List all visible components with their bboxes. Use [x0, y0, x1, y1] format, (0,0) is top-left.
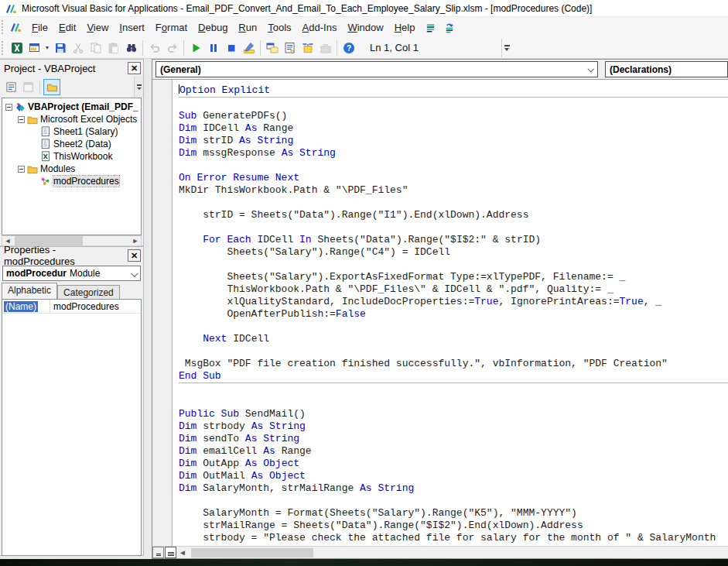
tree-item-sheet2-data[interactable]: Sheet2 (Data): [2, 138, 141, 150]
object-name: modProcedur: [6, 268, 67, 279]
help-button[interactable]: ?: [340, 39, 357, 57]
properties-window-button[interactable]: [281, 39, 299, 57]
code-bottom-bar: ◄: [152, 546, 728, 558]
object-browser-button[interactable]: [299, 39, 316, 57]
tree-item-modules[interactable]: Modules: [2, 163, 141, 175]
cut-button[interactable]: [69, 39, 87, 57]
tab-categorized[interactable]: Categorized: [57, 285, 120, 299]
procedure-dropdown[interactable]: (Declarations): [605, 61, 728, 77]
project-toolbar: [0, 77, 143, 98]
properties-grid: (Name)modProcedures: [2, 299, 142, 556]
tree-item-label: VBAProject (Email_PDF_: [28, 101, 138, 112]
object-type: Module: [70, 268, 100, 279]
code-hscrollbar[interactable]: [188, 547, 728, 558]
property-row[interactable]: (Name)modProcedures: [2, 300, 141, 314]
toolbox-button[interactable]: [316, 39, 334, 57]
menu-item-format[interactable]: Format: [150, 19, 193, 36]
find-button[interactable]: [122, 39, 140, 57]
folder-icon: [27, 163, 38, 174]
view-object-button[interactable]: [19, 79, 36, 95]
line-col-status: Ln 1, Col 1: [365, 40, 473, 55]
toolbar-overflow-button[interactable]: [501, 39, 511, 57]
menu-addin-buttons: [420, 19, 457, 35]
tree-item-label: Modules: [40, 163, 75, 174]
code-line: strID = Sheets("Data").Range("I1").End(x…: [179, 209, 728, 221]
code-line: Dim SalaryMonth, strMailRange As String: [179, 482, 728, 495]
chevron-down-icon: [131, 269, 138, 277]
dropdown-arrow-icon[interactable]: ▾: [43, 39, 51, 57]
toolbar-grip[interactable]: [2, 41, 5, 55]
procedure-view-button[interactable]: [152, 547, 164, 558]
workbook-icon: [40, 151, 51, 162]
save-button[interactable]: [51, 39, 69, 57]
design-mode-button[interactable]: [240, 39, 258, 57]
code-editor[interactable]: Option Explicit Sub GeneratePDFs()Dim ID…: [152, 80, 728, 547]
project-panel-title: Project - VBAProject: [4, 63, 96, 74]
undo-button[interactable]: [145, 39, 163, 57]
menu-item-insert[interactable]: Insert: [114, 19, 150, 36]
property-name[interactable]: (Name): [2, 300, 50, 313]
insert-userform-button[interactable]: [26, 39, 43, 57]
code-line: Dim OutApp As Object: [179, 458, 728, 470]
menu-item-edit[interactable]: Edit: [53, 19, 81, 36]
toolbar-separator: [337, 40, 337, 56]
copy-button[interactable]: [87, 39, 104, 57]
svg-text:?: ?: [346, 43, 350, 52]
toolbar-separator: [260, 40, 261, 56]
code-line: Dim mssgResponse As String: [179, 147, 728, 160]
code-line: Sheets("Salary").Range("C4") = IDCell: [179, 246, 728, 259]
code-line: ThisWorkbook.Path & "\PDF_Files\" & IDCe…: [179, 283, 728, 296]
run-button[interactable]: [186, 39, 204, 57]
menu-grip[interactable]: [2, 20, 5, 34]
code-line: [179, 197, 728, 209]
menu-item-run[interactable]: Run: [233, 19, 262, 36]
reset-button[interactable]: [222, 39, 240, 57]
code-line: [179, 98, 728, 110]
redo-button[interactable]: [163, 39, 181, 57]
menu-item-window[interactable]: Window: [342, 19, 388, 36]
collapse-expander-icon[interactable]: [5, 104, 12, 111]
tree-item-sheet1-salary[interactable]: Sheet1 (Salary): [2, 125, 141, 138]
menu-item-view[interactable]: View: [81, 19, 114, 36]
view-microsoft-excel-button[interactable]: [8, 39, 26, 57]
folder-icon: [27, 114, 38, 125]
view-code-button[interactable]: [2, 79, 19, 95]
tree-item-microsoft-excel-objects[interactable]: Microsoft Excel Objects: [2, 113, 141, 125]
menu-item-help[interactable]: Help: [389, 19, 421, 36]
project-close-button[interactable]: ✕: [128, 62, 141, 74]
code-margin-indicator-bar[interactable]: [152, 80, 173, 547]
indent-lines-icon[interactable]: [422, 19, 439, 35]
tree-item-vbaproject-email-pdf[interactable]: VBAProject (Email_PDF_: [2, 101, 141, 113]
properties-close-button[interactable]: ✕: [128, 249, 141, 262]
project-explorer-button[interactable]: [263, 39, 281, 57]
menu-item-file[interactable]: File: [26, 19, 53, 36]
full-module-view-button[interactable]: [165, 547, 176, 558]
vba-app-icon: [5, 2, 17, 15]
scroll-right-arrow[interactable]: ►: [130, 236, 141, 245]
tree-item-modprocedures[interactable]: modProcedures: [2, 175, 141, 187]
collapse-expander-icon[interactable]: [18, 116, 25, 123]
tab-alphabetic[interactable]: Alphabetic: [2, 283, 57, 299]
property-value[interactable]: modProcedures: [50, 300, 141, 313]
vba-app-icon-small[interactable]: [9, 21, 22, 33]
code-line: Next IDCell: [179, 333, 728, 345]
code-combo-row: (General) (Declarations): [152, 60, 728, 80]
paste-button[interactable]: [104, 39, 122, 57]
vba-editor-window: Microsoft Visual Basic for Applications …: [0, 0, 728, 566]
project-overflow-button[interactable]: [134, 77, 143, 98]
tree-item-label: Microsoft Excel Objects: [40, 114, 137, 125]
toggle-folders-button[interactable]: [43, 79, 60, 95]
menu-item-debug[interactable]: Debug: [193, 19, 233, 36]
scroll-left-arrow[interactable]: ◄: [177, 548, 188, 557]
collapse-expander-icon[interactable]: [18, 166, 25, 173]
comment-block-icon[interactable]: [440, 19, 457, 35]
object-combo[interactable]: modProcedur Module: [2, 266, 141, 281]
code-line: OpenAfterPublish:=False: [179, 308, 728, 321]
menu-item-addins[interactable]: Add-Ins: [297, 19, 343, 36]
scrollbar-thumb[interactable]: [191, 548, 313, 557]
object-dropdown[interactable]: (General): [156, 61, 598, 77]
menu-item-tools[interactable]: Tools: [262, 19, 296, 36]
break-button[interactable]: [204, 39, 222, 57]
code-line: [179, 383, 728, 396]
tree-item-thisworkbook[interactable]: ThisWorkbook: [2, 150, 141, 163]
